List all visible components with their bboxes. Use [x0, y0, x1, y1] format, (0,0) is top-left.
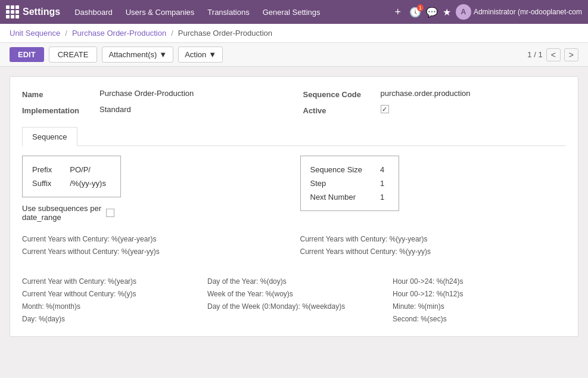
seq-size-value: 4: [368, 163, 389, 176]
prefix-suffix-section: Prefix PO/P/ Suffix /%(yy-yy)s Use subse…: [22, 156, 288, 222]
info-g2-line-6: Hour 00->12: %(h12)s: [393, 289, 566, 299]
suffix-label: Suffix: [32, 177, 57, 190]
info-g2-line-12: Second: %(sec)s: [393, 314, 566, 324]
action-chevron-icon: ▼: [209, 50, 216, 59]
breadcrumb-current: Purchase Order-Production: [178, 29, 272, 38]
info-g2-line-4: Current Year without Century: %(y)s: [22, 289, 195, 299]
info-g2-line-1: Current Year with Century: %(year)s: [22, 276, 195, 287]
active-field-row: Active ✓: [303, 105, 567, 115]
prev-button[interactable]: <: [546, 48, 561, 61]
edit-button[interactable]: EDIT: [10, 47, 44, 62]
info-section-2: Current Year with Century: %(year)s Day …: [22, 276, 566, 324]
fields-section: Name Purchase Order-Production Sequence …: [22, 89, 566, 115]
create-button[interactable]: CREATE: [49, 47, 98, 63]
nav-general-settings[interactable]: General Settings: [257, 5, 326, 19]
step-label: Step: [310, 177, 367, 190]
info-g2-line-10: Day: %(day)s: [22, 314, 195, 324]
tabs: Sequence: [22, 127, 566, 146]
sequence-numbers-section: Sequence Size 4 Step 1 Next Number 1: [300, 156, 567, 222]
sequence-numbers-box: Sequence Size 4 Step 1 Next Number 1: [300, 156, 400, 211]
action-toolbar: EDIT CREATE Attachment(s) ▼ Action ▼ 1 /…: [0, 43, 588, 67]
breadcrumb: Unit Sequence / Purchase Order-Productio…: [0, 24, 588, 43]
info-g2-line-9: Minute: %(min)s: [393, 301, 566, 312]
next-number-row: Next Number 1: [310, 191, 390, 203]
notification-badge: 1: [417, 4, 424, 11]
sequence-code-label: Sequence Code: [303, 89, 375, 99]
info-g2-line-5: Week of the Year: %(woy)s: [207, 289, 381, 299]
prefix-row: Prefix PO/P/: [32, 163, 111, 176]
info-line-1: Current Years with Century: %(year-year)…: [22, 234, 288, 244]
app-logo[interactable]: Settings: [6, 5, 60, 18]
topbar-nav: Dashboard Users & Companies Translations…: [69, 5, 388, 19]
info-line-4: Current Years without Century: %(yy-yy)s: [300, 246, 567, 257]
attachments-chevron-icon: ▼: [159, 50, 167, 59]
main-content: Name Purchase Order-Production Sequence …: [0, 67, 588, 346]
topbar: Settings Dashboard Users & Companies Tra…: [0, 0, 588, 24]
name-label: Name: [22, 89, 94, 99]
attachments-label: Attachment(s): [108, 50, 157, 59]
activity-icon[interactable]: ★: [443, 7, 451, 18]
attachments-button[interactable]: Attachment(s) ▼: [102, 47, 173, 63]
info-grid-1: Current Years with Century: %(year-year)…: [22, 234, 566, 257]
info-line-2: Current Years with Century: %(yy-year)s: [300, 234, 567, 244]
chat-icon[interactable]: 💬: [426, 7, 438, 18]
implementation-label: Implementation: [22, 105, 94, 115]
info-g2-line-2: Day of the Year: %(doy)s: [207, 276, 381, 287]
breadcrumb-unit-sequence[interactable]: Unit Sequence: [10, 29, 60, 38]
prefix-suffix-box: Prefix PO/P/ Suffix /%(yy-yy)s: [22, 156, 121, 197]
divider: [22, 257, 566, 264]
tab-sequence[interactable]: Sequence: [22, 127, 77, 146]
info-g2-line-7: Month: %(month)s: [22, 301, 195, 312]
active-label: Active: [303, 105, 375, 115]
user-avatar: A: [456, 4, 471, 20]
nav-translations[interactable]: Translations: [201, 5, 255, 19]
notification-icon[interactable]: 🕔 1: [409, 7, 421, 18]
grid-icon: [6, 5, 19, 18]
name-value: Purchase Order-Production: [99, 89, 194, 98]
record-card: Name Purchase Order-Production Sequence …: [10, 76, 578, 337]
prefix-label: Prefix: [32, 163, 57, 176]
sequence-code-value: purchase.order.production: [381, 89, 471, 98]
action-button[interactable]: Action ▼: [178, 47, 223, 63]
nav-dashboard[interactable]: Dashboard: [69, 5, 119, 19]
info-line-3: Current Years without Century: %(year-yy…: [22, 246, 288, 257]
step-value: 1: [368, 177, 389, 190]
info-section-1: Current Years with Century: %(year-year)…: [22, 234, 566, 257]
info-grid-2: Current Year with Century: %(year)s Day …: [22, 276, 566, 324]
implementation-value: Standard: [99, 105, 131, 114]
topbar-right: + 🕔 1 💬 ★ A Administrator (mr-odooplanet…: [391, 4, 582, 20]
next-number-label: Next Number: [310, 191, 367, 203]
subsequence-checkbox[interactable]: [106, 209, 114, 217]
step-row: Step 1: [310, 177, 390, 190]
user-label: Administrator (mr-odooplanet-com: [474, 8, 582, 16]
sequence-code-field-row: Sequence Code purchase.order.production: [303, 89, 567, 99]
seq-size-row: Sequence Size 4: [310, 163, 390, 176]
sequence-content: Prefix PO/P/ Suffix /%(yy-yy)s Use subse…: [22, 156, 566, 222]
suffix-row: Suffix /%(yy-yy)s: [32, 177, 111, 190]
prefix-suffix-table: Prefix PO/P/ Suffix /%(yy-yy)s: [31, 162, 112, 191]
implementation-field-row: Implementation Standard: [22, 105, 285, 115]
add-menu-icon[interactable]: +: [391, 6, 405, 18]
next-button[interactable]: >: [564, 48, 578, 61]
pagination: 1 / 1 < >: [527, 48, 578, 61]
name-field-row: Name Purchase Order-Production: [22, 89, 285, 99]
active-checkbox[interactable]: ✓: [381, 105, 389, 113]
info-g2-line-8: Day of the Week (0:Monday): %(weekday)s: [207, 301, 381, 312]
breadcrumb-sep-1: /: [65, 29, 67, 38]
nav-users-companies[interactable]: Users & Companies: [120, 5, 201, 19]
suffix-value: /%(yy-yy)s: [58, 177, 111, 190]
sequence-numbers-table: Sequence Size 4 Step 1 Next Number 1: [309, 162, 391, 205]
pagination-text: 1 / 1: [527, 50, 542, 59]
breadcrumb-sep-2: /: [171, 29, 173, 38]
info-g2-line-11: [207, 314, 381, 324]
next-number-value: 1: [368, 191, 389, 203]
action-label: Action: [185, 50, 206, 59]
seq-size-label: Sequence Size: [310, 163, 367, 176]
subsequence-row: Use subsequences perdate_range: [22, 204, 288, 222]
breadcrumb-purchase-order-production-1[interactable]: Purchase Order-Production: [72, 29, 166, 38]
user-menu[interactable]: A Administrator (mr-odooplanet-com: [456, 4, 582, 20]
info-g2-line-3: Hour 00->24: %(h24)s: [393, 276, 566, 287]
prefix-value: PO/P/: [58, 163, 111, 176]
subsequence-label: Use subsequences perdate_range: [22, 204, 101, 222]
app-name: Settings: [23, 7, 60, 17]
